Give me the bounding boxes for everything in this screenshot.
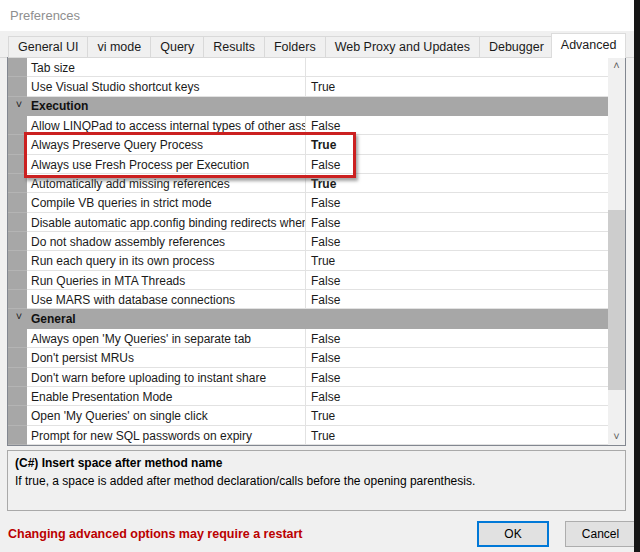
property-value-cell[interactable]: False xyxy=(306,232,608,251)
window-title: Preferences xyxy=(10,8,80,23)
tab-strip: General UIvi modeQueryResultsFoldersWeb … xyxy=(8,33,623,58)
tab-query[interactable]: Query xyxy=(150,36,204,58)
property-value-cell[interactable]: False xyxy=(306,271,608,290)
section-header-execution[interactable]: ˅Execution xyxy=(8,97,608,116)
tab-general-ui[interactable]: General UI xyxy=(8,36,88,58)
tab-web-proxy-and-updates[interactable]: Web Proxy and Updates xyxy=(325,36,480,58)
property-name-cell[interactable]: Automatically add missing references xyxy=(27,174,306,193)
row-gutter xyxy=(8,58,27,77)
row-gutter xyxy=(8,426,27,445)
property-row: Use Visual Studio shortcut keysTrue xyxy=(8,77,608,96)
property-name-cell[interactable]: Always Preserve Query Process xyxy=(27,135,306,154)
property-name-cell[interactable]: Tab size xyxy=(27,58,306,77)
property-row: Disable automatic app.config binding red… xyxy=(8,213,608,232)
scroll-down-icon[interactable]: ˅ xyxy=(608,428,625,445)
help-description: If true, a space is added after method d… xyxy=(15,474,618,488)
property-value-cell[interactable]: True xyxy=(306,406,608,425)
property-row: Allow LINQPad to access internal types o… xyxy=(8,116,608,135)
property-row: Compile VB queries in strict modeFalse xyxy=(8,193,608,212)
property-value-cell[interactable]: False xyxy=(306,193,608,212)
property-name-cell[interactable]: Use Visual Studio shortcut keys xyxy=(27,77,306,96)
row-gutter xyxy=(8,193,27,212)
preferences-dialog: Preferences General UIvi modeQueryResult… xyxy=(0,0,634,552)
tab-vi-mode[interactable]: vi mode xyxy=(87,36,151,58)
property-row: Always open 'My Queries' in separate tab… xyxy=(8,329,608,348)
property-value-cell[interactable]: False xyxy=(306,368,608,387)
property-value-cell[interactable]: False xyxy=(306,213,608,232)
tab-advanced[interactable]: Advanced xyxy=(551,33,627,58)
row-gutter xyxy=(8,348,27,367)
title-bar: Preferences xyxy=(0,0,634,31)
property-row: Prompt for new SQL passwords on expiryTr… xyxy=(8,426,608,445)
restart-warning-text: Changing advanced options may require a … xyxy=(8,527,303,541)
chevron-down-icon: ˅ xyxy=(12,98,26,110)
property-value-cell[interactable]: True xyxy=(306,251,608,270)
property-value-cell[interactable]: False xyxy=(306,387,608,406)
row-gutter xyxy=(8,174,27,193)
tab-debugger[interactable]: Debugger xyxy=(479,36,554,58)
property-name-cell[interactable]: Don't persist MRUs xyxy=(27,348,306,367)
row-gutter xyxy=(8,155,27,174)
property-value-cell[interactable]: False xyxy=(306,155,608,174)
row-gutter xyxy=(8,271,27,290)
row-gutter xyxy=(8,290,27,309)
property-row: Open 'My Queries' on single clickTrue xyxy=(8,406,608,425)
property-row: Run Queries in MTA ThreadsFalse xyxy=(8,271,608,290)
ok-button[interactable]: OK xyxy=(477,521,549,547)
property-row: Use MARS with database connectionsFalse xyxy=(8,290,608,309)
row-gutter xyxy=(8,213,27,232)
property-name-cell[interactable]: Disable automatic app.config binding red… xyxy=(27,213,306,232)
row-gutter xyxy=(8,77,27,96)
property-row: Run each query in its own processTrue xyxy=(8,251,608,270)
property-value-cell[interactable]: False xyxy=(306,329,608,348)
cancel-button[interactable]: Cancel xyxy=(565,521,634,547)
property-name-cell[interactable]: Use MARS with database connections xyxy=(27,290,306,309)
tab-results[interactable]: Results xyxy=(203,36,265,58)
row-gutter xyxy=(8,251,27,270)
tab-folders[interactable]: Folders xyxy=(264,36,326,58)
row-gutter xyxy=(8,232,27,251)
property-grid-rows: Tab sizeUse Visual Studio shortcut keysT… xyxy=(8,58,608,445)
row-gutter xyxy=(8,368,27,387)
property-value-cell[interactable]: True xyxy=(306,77,608,96)
vertical-scrollbar[interactable]: ˄ ˅ xyxy=(608,58,625,445)
property-name-cell[interactable]: Allow LINQPad to access internal types o… xyxy=(27,116,306,135)
row-gutter xyxy=(8,116,27,135)
section-header-general[interactable]: ˅General xyxy=(8,309,608,328)
property-name-cell[interactable]: Do not shadow assembly references xyxy=(27,232,306,251)
property-value-cell[interactable]: True xyxy=(306,426,608,445)
scroll-up-icon[interactable]: ˄ xyxy=(608,58,625,75)
property-name-cell[interactable]: Compile VB queries in strict mode xyxy=(27,193,306,212)
property-value-cell[interactable]: True xyxy=(306,174,608,193)
property-row: Tab size xyxy=(8,58,608,77)
property-grid: Tab sizeUse Visual Studio shortcut keysT… xyxy=(7,57,626,446)
property-row: Enable Presentation ModeFalse xyxy=(8,387,608,406)
property-row: Do not shadow assembly referencesFalse xyxy=(8,232,608,251)
scrollbar-thumb[interactable] xyxy=(608,210,625,390)
property-help-panel: (C#) Insert space after method name If t… xyxy=(7,450,626,511)
property-value-cell[interactable]: False xyxy=(306,116,608,135)
property-name-cell[interactable]: Run Queries in MTA Threads xyxy=(27,271,306,290)
section-label: Execution xyxy=(31,99,88,113)
property-value-cell[interactable]: False xyxy=(306,348,608,367)
property-name-cell[interactable]: Prompt for new SQL passwords on expiry xyxy=(27,426,306,445)
property-name-cell[interactable]: Always use Fresh Process per Execution xyxy=(27,155,306,174)
row-gutter xyxy=(8,406,27,425)
property-row: Don't warn before uploading to instant s… xyxy=(8,368,608,387)
row-gutter xyxy=(8,329,27,348)
property-value-cell[interactable] xyxy=(306,58,608,77)
property-name-cell[interactable]: Open 'My Queries' on single click xyxy=(27,406,306,425)
property-value-cell[interactable]: True xyxy=(306,135,608,154)
property-name-cell[interactable]: Don't warn before uploading to instant s… xyxy=(27,368,306,387)
property-value-cell[interactable]: False xyxy=(306,290,608,309)
row-gutter xyxy=(8,387,27,406)
property-row: Don't persist MRUsFalse xyxy=(8,348,608,367)
property-name-cell[interactable]: Enable Presentation Mode xyxy=(27,387,306,406)
chevron-down-icon: ˅ xyxy=(12,310,26,322)
help-title: (C#) Insert space after method name xyxy=(15,456,618,470)
property-row: Always Preserve Query ProcessTrue xyxy=(8,135,608,154)
property-name-cell[interactable]: Run each query in its own process xyxy=(27,251,306,270)
screen-background-strip xyxy=(634,0,640,552)
property-name-cell[interactable]: Always open 'My Queries' in separate tab xyxy=(27,329,306,348)
property-row: Automatically add missing referencesTrue xyxy=(8,174,608,193)
